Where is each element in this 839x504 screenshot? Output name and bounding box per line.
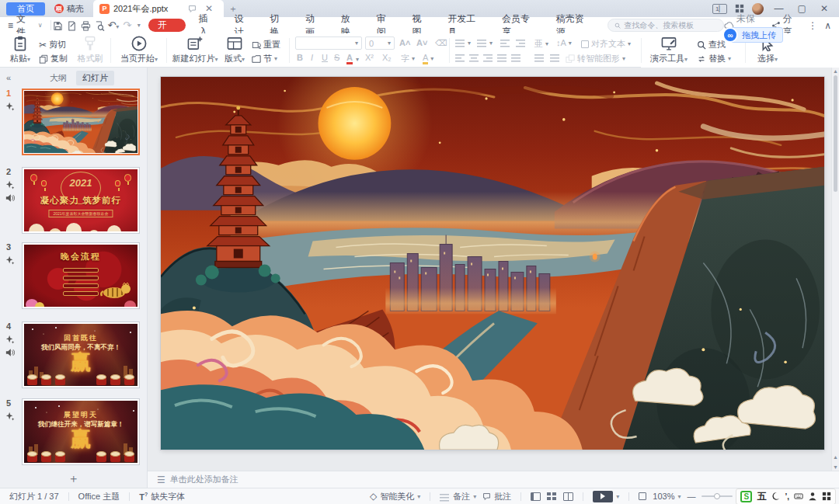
font-color-caret[interactable]: ▾ bbox=[356, 56, 359, 63]
keyboard-icon[interactable] bbox=[794, 492, 803, 501]
sparkle-decoration bbox=[35, 407, 37, 408]
decrease-font-icon[interactable]: A˅ bbox=[416, 38, 427, 47]
drag-upload-tooltip[interactable]: ∞ 拖拽上传 bbox=[730, 27, 783, 43]
notes-bar[interactable]: ☰ 单击此处添加备注 bbox=[148, 471, 839, 488]
slide-thumbnail-1[interactable] bbox=[22, 89, 140, 155]
line-spacing-icon[interactable]: ↕A▾ bbox=[556, 38, 572, 47]
align-center-icon[interactable] bbox=[469, 53, 479, 62]
format-painter-button[interactable]: 格式刷 bbox=[75, 33, 106, 64]
play-from-current-button[interactable]: 当页开始▾ bbox=[117, 33, 162, 64]
increase-indent-icon[interactable] bbox=[516, 38, 526, 47]
slide-number: 2 bbox=[6, 167, 11, 176]
clear-format-icon[interactable]: ⌫ bbox=[435, 38, 447, 48]
scrollbar-thumb[interactable] bbox=[834, 75, 837, 192]
save-button[interactable] bbox=[51, 19, 65, 30]
export-button[interactable] bbox=[64, 19, 78, 30]
distribute-icon[interactable] bbox=[511, 53, 521, 62]
moon-icon[interactable] bbox=[771, 492, 780, 501]
align-right-icon[interactable] bbox=[483, 53, 493, 62]
spacing-loose-icon[interactable] bbox=[550, 53, 560, 62]
tab-slides[interactable]: 幻灯片 bbox=[76, 71, 114, 85]
bold-icon[interactable]: B bbox=[297, 53, 303, 62]
slideshow-button[interactable]: ▾ bbox=[590, 491, 622, 502]
new-slide-button[interactable]: 新建幻灯片▾ bbox=[171, 33, 219, 64]
justify-icon[interactable] bbox=[497, 53, 507, 62]
command-search-box[interactable] bbox=[607, 19, 724, 32]
more-menu-icon[interactable]: ⋮ bbox=[808, 20, 817, 31]
add-slide-button[interactable]: ＋ bbox=[0, 471, 147, 486]
font-size-combobox[interactable]: 0▾ bbox=[365, 36, 395, 50]
prev-slide-icon[interactable]: ▲ bbox=[832, 454, 839, 460]
fit-slide-button[interactable] bbox=[635, 492, 649, 500]
ime-grid-icon[interactable] bbox=[822, 492, 831, 501]
section-button[interactable]: 节▾ bbox=[252, 53, 277, 64]
tab-outline[interactable]: 大纲 bbox=[44, 71, 73, 85]
print-preview-button[interactable] bbox=[92, 19, 106, 30]
find-button[interactable]: 查找 bbox=[697, 39, 726, 50]
print-button[interactable] bbox=[78, 19, 92, 30]
quickbar-more-icon[interactable]: ▾ bbox=[138, 22, 141, 29]
slide-thumbnail-2[interactable]: 2021 凝心聚力 筑梦前行 2021年度表彰大会暨新春联欢会 bbox=[22, 167, 140, 234]
font-color-icon[interactable]: A bbox=[346, 53, 353, 64]
drum-decoration bbox=[110, 454, 120, 462]
strikethrough-icon[interactable]: S bbox=[334, 53, 339, 62]
italic-icon[interactable]: I bbox=[311, 53, 313, 62]
slide-sorter-button[interactable] bbox=[544, 492, 560, 500]
slide-thumbnail-4[interactable]: 回首既往 我们风雨同舟，不离不弃！ 赢 bbox=[22, 322, 140, 388]
slide3-title: 晚会流程 bbox=[24, 251, 138, 262]
missing-font-button[interactable]: T? 缺失字体 bbox=[136, 491, 188, 502]
smart-graphic-button[interactable]: 转智能图形▾ bbox=[566, 53, 625, 64]
vertical-scrollbar[interactable]: ▲ ▲ ▼ bbox=[831, 68, 839, 471]
paste-button[interactable]: 粘贴▾ bbox=[6, 33, 34, 64]
search-input[interactable] bbox=[624, 21, 717, 30]
scroll-up-icon[interactable]: ▲ bbox=[832, 68, 839, 74]
text-direction-icon[interactable]: 亜▾ bbox=[534, 38, 548, 50]
comments-button[interactable]: 批注 bbox=[479, 491, 514, 502]
slide-thumbnail-3[interactable]: 晚会流程 bbox=[22, 242, 140, 309]
zoom-level[interactable]: 103%▾ bbox=[649, 492, 684, 501]
redo-button[interactable]: ↷ bbox=[120, 19, 134, 31]
align-left-icon[interactable] bbox=[455, 53, 465, 62]
person-icon[interactable] bbox=[808, 492, 817, 501]
cut-button[interactable]: ✂剪切 bbox=[39, 39, 66, 50]
drum-decoration bbox=[96, 377, 106, 385]
spacing-tight-icon[interactable] bbox=[534, 53, 545, 62]
theme-name[interactable]: Office 主题 bbox=[75, 491, 124, 502]
reset-button[interactable]: 重置 bbox=[252, 39, 280, 50]
replace-button[interactable]: 替换▾ bbox=[697, 53, 731, 64]
zoom-slider[interactable] bbox=[698, 495, 736, 497]
highlight-icon[interactable]: A▾ bbox=[423, 53, 433, 64]
drum-decoration bbox=[27, 377, 37, 385]
normal-view-button[interactable] bbox=[527, 492, 544, 501]
presentation-tools-button[interactable]: 演示工具▾ bbox=[649, 33, 689, 64]
font-name-combobox[interactable]: ▾ bbox=[295, 36, 362, 50]
subscript-icon[interactable]: X₂ bbox=[382, 53, 392, 62]
sogou-logo-icon[interactable]: S bbox=[740, 491, 752, 502]
align-text-button[interactable]: 对齐文本▾ bbox=[581, 38, 631, 50]
slide-canvas[interactable] bbox=[161, 77, 824, 450]
superscript-icon[interactable]: X² bbox=[365, 53, 374, 62]
slide-thumbnail-5[interactable]: 展望明天 我们继往开来，谱写新篇章！ 赢 bbox=[22, 398, 140, 465]
wubi-mode-icon[interactable]: 五 bbox=[757, 490, 766, 503]
notes-toggle-button[interactable]: 备注▾ bbox=[437, 491, 479, 502]
copy-button[interactable]: 复制 bbox=[39, 53, 68, 64]
text-effects-icon[interactable]: 字▾ bbox=[401, 53, 415, 64]
reading-view-button[interactable] bbox=[560, 492, 576, 501]
transition-star-icon bbox=[5, 102, 15, 111]
collapse-panel-icon[interactable]: « bbox=[0, 73, 11, 82]
collapse-ribbon-icon[interactable]: ∧ bbox=[824, 20, 831, 31]
undo-button[interactable]: ↶▾ bbox=[106, 19, 120, 31]
hamburger-icon: ≡ bbox=[8, 21, 13, 30]
menu-item-home[interactable]: 开始 bbox=[148, 19, 186, 32]
numbering-icon[interactable]: ▾ bbox=[477, 38, 493, 47]
punctuation-mode-icon[interactable]: ’, bbox=[785, 492, 789, 501]
tab-docer[interactable]: 稻 稿壳 bbox=[45, 0, 93, 17]
next-slide-icon[interactable]: ▼ bbox=[832, 464, 839, 470]
decrease-indent-icon[interactable] bbox=[500, 38, 510, 47]
increase-font-icon[interactable]: A˄ bbox=[399, 38, 410, 47]
layout-button[interactable]: 版式▾ bbox=[221, 33, 249, 64]
zoom-out-button[interactable]: — bbox=[684, 492, 698, 501]
underline-icon[interactable]: U bbox=[322, 53, 328, 62]
smart-beautify-button[interactable]: ◇ 智能美化▾ bbox=[367, 491, 423, 502]
bullets-icon[interactable]: ▾ bbox=[455, 38, 471, 47]
